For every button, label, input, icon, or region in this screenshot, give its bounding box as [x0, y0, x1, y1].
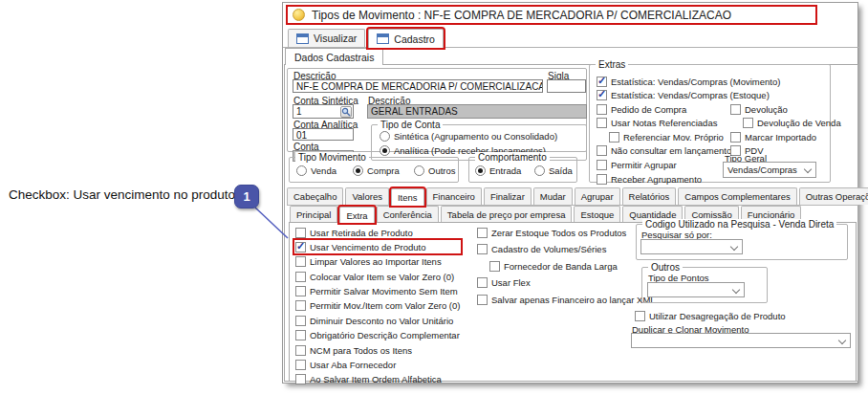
- window-icon: [293, 9, 305, 21]
- tab[interactable]: Financeiro: [426, 187, 482, 205]
- checkbox[interactable]: [477, 228, 488, 238]
- tab[interactable]: Principal: [290, 206, 337, 222]
- view-tab[interactable]: Cadastro: [368, 29, 444, 48]
- tab[interactable]: Cabeçalho: [287, 187, 343, 205]
- sigla-input[interactable]: [547, 79, 586, 93]
- search-lookup-button[interactable]: [340, 106, 352, 118]
- extra-checkbox-row[interactable]: Permitir Salvar Movimento Sem Item: [295, 286, 460, 297]
- checkbox[interactable]: [597, 174, 607, 185]
- checkbox[interactable]: [295, 360, 306, 370]
- radio-saida[interactable]: Saída: [534, 165, 573, 176]
- checkbox-label: Fornecedor de Banda Larga: [504, 261, 618, 272]
- checkbox[interactable]: [597, 90, 607, 100]
- extras-checkbox-row[interactable]: Devolução: [730, 103, 841, 115]
- pesquisar-so-por-select[interactable]: [640, 239, 743, 254]
- checkbox[interactable]: [295, 330, 306, 340]
- extra-checkbox-row[interactable]: Salvar apenas Financeiro ao lançar XML: [477, 294, 656, 305]
- checkbox[interactable]: [597, 145, 607, 156]
- checkbox[interactable]: [295, 345, 306, 356]
- extra-checkbox-row[interactable]: Usar Vencimento de Produto: [295, 241, 460, 252]
- tab-label: Valores: [352, 191, 382, 202]
- checkbox[interactable]: [597, 77, 607, 87]
- tipo-movimento-group: Tipo Movimento Venda Compra Outros: [289, 157, 459, 183]
- extra-checkbox-row[interactable]: Usar Retirada de Produto: [295, 227, 460, 238]
- tab[interactable]: Relatórios: [622, 187, 677, 205]
- extra-checkbox-row[interactable]: NCM para Todos os Itens: [295, 344, 460, 356]
- extra-checkbox-row[interactable]: Usar Aba Fornecedor: [295, 360, 460, 371]
- tab[interactable]: Agrupar: [575, 187, 620, 205]
- checkbox[interactable]: [730, 132, 741, 143]
- descricao-input[interactable]: NF-E COMPRA DE MERCADORIA P/ COMERCIALIZ…: [293, 79, 543, 93]
- checkbox[interactable]: [743, 118, 753, 128]
- extra-checkbox-row[interactable]: Colocar Valor Item se Valor Zero (0): [295, 271, 460, 282]
- checkbox[interactable]: [295, 272, 306, 282]
- checkbox[interactable]: [597, 104, 607, 115]
- extra-checkbox-row[interactable]: Diminuir Desconto no Valor Unitário: [295, 315, 460, 326]
- tipo-geral-select[interactable]: Vendas/Compras: [723, 162, 816, 178]
- checkbox[interactable]: [477, 277, 488, 288]
- desagregacao-checkbox-row[interactable]: Utilizar Desagregação de Produto: [635, 310, 868, 321]
- extra-checkbox-row[interactable]: Limpar Valores ao Importar Itens: [295, 256, 460, 268]
- tab[interactable]: Estoque: [574, 206, 620, 222]
- checkbox[interactable]: [295, 316, 306, 326]
- conta-sintetica-input[interactable]: 1: [293, 104, 354, 119]
- checkbox[interactable]: [295, 228, 306, 238]
- checkbox[interactable]: [635, 311, 645, 321]
- tab-label: Comissão: [691, 209, 731, 220]
- tab[interactable]: Mudar: [533, 187, 573, 205]
- extra-tab-page: Usar Retirada de Produto Usar Vencimento…: [289, 222, 857, 382]
- radio-sintetica[interactable]: Sintética (Agrupamento ou Consolidado): [380, 131, 557, 142]
- tab-label: Funcionário: [748, 209, 795, 220]
- tab-label: Finalizar: [490, 191, 525, 202]
- tab[interactable]: Conferência: [377, 206, 439, 222]
- extra-checkbox-row[interactable]: Zerar Estoque Todos os Produtos: [477, 227, 656, 238]
- tab[interactable]: Tabela de preço por empresa: [441, 206, 573, 222]
- view-tab[interactable]: Visualizar: [288, 29, 365, 47]
- app-window: Tipos de Movimento : NF-E COMPRA DE MERC…: [282, 2, 858, 384]
- tab[interactable]: Outras Operações: [799, 187, 868, 205]
- extra-checkbox-row[interactable]: Fornecedor de Banda Larga: [489, 260, 656, 272]
- extras-checkbox-row[interactable]: Estatística: Vendas/Compras (Estoque): [597, 90, 780, 101]
- tab[interactable]: Valores: [345, 187, 389, 205]
- form-icon: [377, 33, 389, 44]
- annotation-text: Checkbox: Usar vencimento no produto: [9, 187, 235, 202]
- tab[interactable]: Finalizar: [484, 187, 532, 205]
- checkbox-label: Limpar Valores ao Importar Itens: [310, 256, 442, 267]
- extra-checkbox-row[interactable]: Permitir Mov./Item com Valor Zero (0): [295, 300, 460, 312]
- duplicar-clonar-select[interactable]: [631, 333, 851, 348]
- extra-checkbox-row[interactable]: Cadastro de Volumes/Séries: [477, 244, 656, 255]
- radio-compra[interactable]: Compra: [353, 165, 400, 176]
- checkbox[interactable]: [295, 256, 306, 267]
- checkbox[interactable]: [295, 300, 306, 311]
- tipo-de-conta-legend: Tipo de Conta: [378, 120, 443, 130]
- tab[interactable]: Extra: [339, 207, 374, 223]
- tab-row-1: Cabeçalho Valores Itens Financeiro Final…: [287, 187, 858, 206]
- tipo-de-pontos-select[interactable]: [647, 282, 745, 297]
- tab[interactable]: Campos Complementares: [678, 187, 796, 205]
- checkbox[interactable]: [295, 374, 306, 384]
- checkbox-label: Permitir Mov./Item com Valor Zero (0): [310, 300, 460, 311]
- checkbox[interactable]: [609, 132, 619, 143]
- checkbox[interactable]: [295, 286, 306, 296]
- extra-checkbox-row[interactable]: Ao Salvar Item Ordem Alfabetica: [295, 374, 460, 385]
- checkbox[interactable]: [730, 104, 741, 115]
- checkbox[interactable]: [597, 160, 607, 170]
- extras-checkbox-row[interactable]: Estatística: Vendas/Compras (Movimento): [597, 76, 780, 87]
- radio-entrada[interactable]: Entrada: [475, 165, 521, 176]
- conta-analitica-input[interactable]: 01: [293, 128, 354, 141]
- annotation-badge-number: 1: [243, 189, 250, 204]
- radio-venda[interactable]: Venda: [296, 165, 336, 176]
- extra-checkbox-row[interactable]: Usar Flex: [477, 277, 656, 289]
- tab[interactable]: Itens: [391, 188, 424, 206]
- tab-dados-cadastrais[interactable]: Dados Cadastrais: [285, 48, 383, 65]
- checkbox[interactable]: [597, 118, 607, 128]
- checkbox[interactable]: [477, 244, 488, 254]
- checkbox[interactable]: [477, 295, 488, 305]
- extra-checkbox-row[interactable]: Obrigatório Descrição Complementar: [295, 330, 460, 341]
- radio-outros[interactable]: Outros: [414, 165, 456, 176]
- checkbox[interactable]: [489, 261, 500, 272]
- extras-checkbox-row[interactable]: Marcar Importado: [730, 131, 841, 143]
- checkbox-label: Salvar apenas Financeiro ao lançar XML: [491, 295, 656, 305]
- extras-checkbox-row[interactable]: Devolução de Venda: [743, 118, 841, 129]
- checkbox[interactable]: [295, 242, 306, 252]
